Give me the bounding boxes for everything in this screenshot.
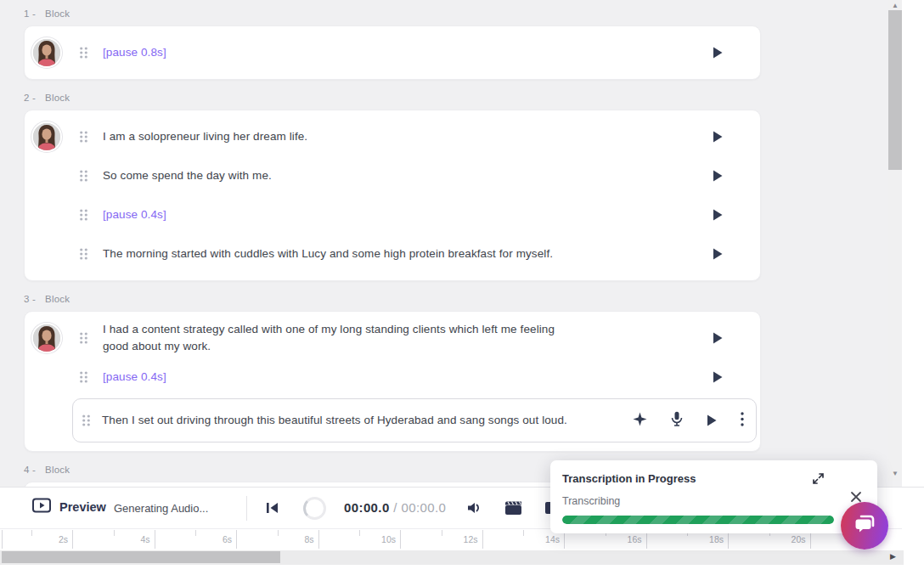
time-current: 00:00.0 xyxy=(344,500,390,515)
row-text[interactable]: Then I set out driving through this beau… xyxy=(102,412,571,429)
expand-icon[interactable] xyxy=(812,472,825,488)
scroll-right-icon[interactable]: ▶ xyxy=(890,552,896,561)
ruler-tick-label: 10s xyxy=(362,534,396,544)
ruler-tick xyxy=(155,530,155,549)
voice-avatar[interactable] xyxy=(31,323,62,353)
volume-icon[interactable] xyxy=(466,500,482,519)
block-name: Block xyxy=(45,465,70,475)
preview-label: Preview xyxy=(59,500,106,514)
preview-icon xyxy=(32,498,51,516)
skip-to-start-icon[interactable] xyxy=(267,502,279,517)
block-name: Block xyxy=(45,93,70,103)
ruler-tick xyxy=(72,530,73,549)
drag-handle-icon[interactable] xyxy=(79,247,103,261)
block-index: 3 - xyxy=(24,294,36,304)
preview-button[interactable]: Preview xyxy=(32,498,106,516)
horizontal-scrollbar[interactable]: ▶ xyxy=(0,550,904,565)
row-text[interactable]: [pause 0.8s] xyxy=(103,44,580,61)
ruler-tick xyxy=(31,530,32,536)
play-icon[interactable] xyxy=(707,414,717,426)
row-text[interactable]: I am a solopreneur living her dream life… xyxy=(103,128,580,145)
row-text[interactable]: So come spend the day with me. xyxy=(103,167,580,184)
ruler-tick-label: 18s xyxy=(690,534,724,544)
script-row[interactable]: I had a content strategy called with one… xyxy=(31,319,753,358)
script-row[interactable]: [pause 0.8s] xyxy=(31,33,753,72)
ruler-tick xyxy=(2,530,3,549)
ruler-tick-label: 4s xyxy=(116,534,150,544)
ruler-tick xyxy=(195,530,196,536)
ruler-tick xyxy=(114,530,115,536)
ruler-tick xyxy=(236,530,237,549)
ruler-tick xyxy=(442,530,442,536)
right-margin xyxy=(902,0,924,487)
ruler-tick-label: 8s xyxy=(280,534,314,544)
script-block-card: [pause 0.8s] xyxy=(24,25,761,80)
script-row[interactable]: [pause 0.4s] xyxy=(31,358,753,397)
horizontal-scrollbar-thumb[interactable] xyxy=(2,551,280,563)
script-row[interactable]: So come spend the day with me. xyxy=(31,156,753,195)
ruler-tick-label: 2s xyxy=(34,534,68,544)
drag-handle-icon[interactable] xyxy=(79,130,103,144)
ruler-tick xyxy=(400,530,401,549)
script-row[interactable]: I am a solopreneur living her dream life… xyxy=(31,117,753,156)
scroll-down-icon[interactable]: ▼ xyxy=(888,469,902,479)
play-icon[interactable] xyxy=(713,47,723,59)
voice-avatar[interactable] xyxy=(31,121,62,152)
transcription-progress-bar xyxy=(562,516,834,524)
vertical-scrollbar-thumb[interactable] xyxy=(888,10,902,170)
transcription-popup: Transcription in Progress Transcribing xyxy=(550,460,877,533)
row-text[interactable]: [pause 0.4s] xyxy=(103,206,580,223)
vertical-scrollbar[interactable]: ▲ ▼ xyxy=(888,0,902,481)
popup-title: Transcription in Progress xyxy=(562,472,696,485)
script-editor-area: 1 -Block[pause 0.8s]2 -BlockI am a solop… xyxy=(0,0,902,487)
block-label: 2 -Block xyxy=(24,91,761,104)
play-icon[interactable] xyxy=(713,248,723,260)
time-display: 00:00.0 / 00:00.0 xyxy=(344,500,446,515)
drag-handle-icon[interactable] xyxy=(82,414,102,427)
script-block-card: I am a solopreneur living her dream life… xyxy=(24,110,761,281)
ruler-tick-label: 12s xyxy=(444,534,478,544)
block-label: 3 -Block xyxy=(24,292,761,306)
ruler-tick-label: 16s xyxy=(608,534,642,544)
play-icon[interactable] xyxy=(713,170,723,182)
active-script-row[interactable]: Then I set out driving through this beau… xyxy=(72,398,757,443)
ruler-tick-label: 14s xyxy=(526,534,560,544)
blocks-container: 1 -Block[pause 0.8s]2 -BlockI am a solop… xyxy=(24,0,761,487)
block-index: 2 - xyxy=(24,93,36,103)
drag-handle-icon[interactable] xyxy=(79,46,103,59)
kebab-menu-icon[interactable] xyxy=(741,412,744,430)
script-row[interactable]: [pause 0.4s] xyxy=(31,195,753,234)
drag-handle-icon[interactable] xyxy=(79,169,103,183)
drag-handle-icon[interactable] xyxy=(79,208,103,222)
drag-handle-icon[interactable] xyxy=(79,370,103,384)
play-icon[interactable] xyxy=(713,371,723,383)
voice-avatar[interactable] xyxy=(31,37,62,68)
block-name: Block xyxy=(45,8,70,19)
block-index: 1 - xyxy=(24,8,36,19)
close-icon[interactable] xyxy=(850,491,862,506)
drag-handle-icon[interactable] xyxy=(79,331,103,345)
block-index: 4 - xyxy=(24,465,36,475)
generation-status: Generating Audio... xyxy=(114,502,208,515)
sparkle-icon[interactable] xyxy=(633,412,647,430)
row-text[interactable]: I had a content strategy called with one… xyxy=(103,321,580,355)
chat-widget-button[interactable] xyxy=(841,502,888,550)
clapperboard-icon[interactable] xyxy=(504,500,522,519)
transcription-progress-fill xyxy=(562,516,834,524)
time-total: 00:00.0 xyxy=(401,500,446,515)
ruler-tick xyxy=(523,530,524,536)
chat-bubble-icon xyxy=(853,512,876,539)
row-text[interactable]: The morning started with cuddles with Lu… xyxy=(103,245,580,262)
script-block-card: I had a content strategy called with one… xyxy=(24,311,761,452)
ruler-tick xyxy=(359,530,360,536)
popup-status: Transcribing xyxy=(562,495,620,507)
ruler-tick-label: 6s xyxy=(198,534,232,544)
play-icon[interactable] xyxy=(713,209,723,221)
ruler-tick xyxy=(278,530,279,536)
play-icon[interactable] xyxy=(713,332,723,344)
script-row[interactable]: The morning started with cuddles with Lu… xyxy=(31,234,753,273)
row-text[interactable]: [pause 0.4s] xyxy=(103,369,580,386)
play-icon[interactable] xyxy=(713,131,723,143)
mic-icon[interactable] xyxy=(671,411,683,430)
ruler-tick xyxy=(482,530,483,549)
